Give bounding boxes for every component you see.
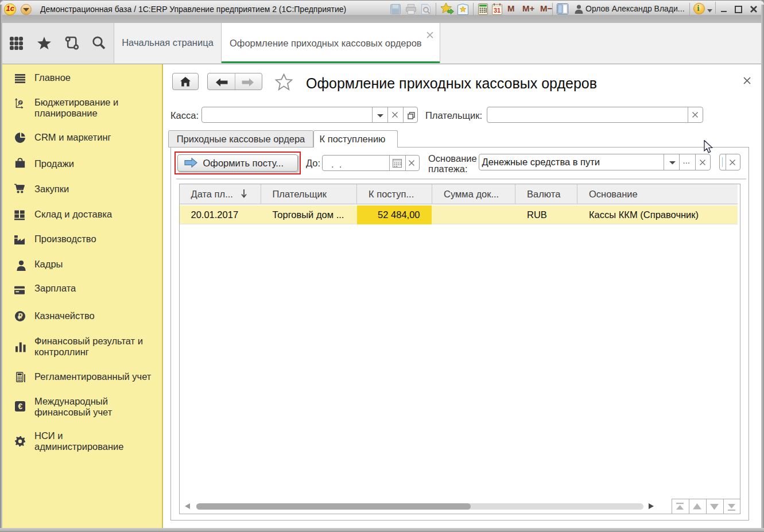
svg-text:31: 31 — [494, 7, 501, 14]
svg-text:€: € — [18, 402, 22, 411]
svg-text:₽: ₽ — [18, 312, 23, 320]
svg-text:₽: ₽ — [20, 100, 22, 104]
